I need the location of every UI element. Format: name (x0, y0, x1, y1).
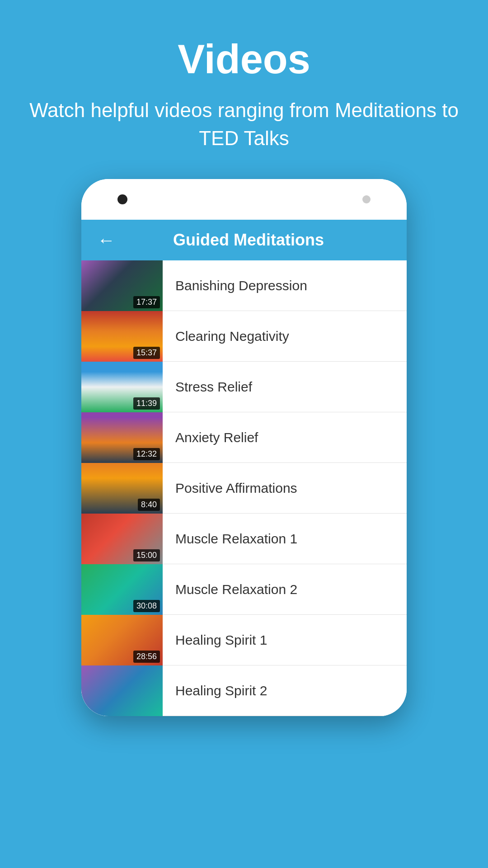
video-duration: 12:32 (133, 448, 160, 460)
video-item[interactable]: 15:00 Muscle Relaxation 1 (81, 514, 407, 564)
back-button[interactable]: ← (95, 230, 117, 250)
video-item[interactable]: 11:39 Stress Relief (81, 362, 407, 412)
screen-title: Guided Meditations (127, 231, 393, 250)
video-title: Stress Relief (163, 379, 252, 395)
video-duration: 15:37 (133, 347, 160, 359)
video-title: Anxiety Relief (163, 430, 258, 445)
video-item[interactable]: 30:08 Muscle Relaxation 2 (81, 564, 407, 615)
video-title: Healing Spirit 2 (163, 683, 267, 698)
video-thumbnail (81, 665, 163, 716)
phone-camera (117, 194, 127, 204)
video-duration: 30:08 (133, 600, 160, 612)
video-item[interactable]: 8:40 Positive Affirmations (81, 463, 407, 514)
video-title: Muscle Relaxation 2 (163, 582, 297, 597)
page-subtitle: Watch helpful videos ranging from Medita… (18, 96, 470, 152)
phone-speaker (362, 195, 371, 203)
video-duration: 28:56 (133, 651, 160, 663)
video-title: Clearing Negativity (163, 329, 289, 344)
app-header: ← Guided Meditations (81, 220, 407, 260)
video-item[interactable]: Healing Spirit 2 (81, 665, 407, 716)
video-duration: 11:39 (133, 397, 160, 410)
video-list: 17:37 Banishing Depression 15:37 Clearin… (81, 260, 407, 716)
video-item[interactable]: 15:37 Clearing Negativity (81, 311, 407, 362)
page-header: Videos Watch helpful videos ranging from… (0, 0, 488, 170)
video-title: Positive Affirmations (163, 481, 297, 496)
video-item[interactable]: 12:32 Anxiety Relief (81, 412, 407, 463)
video-thumbnail: 8:40 (81, 463, 163, 514)
video-thumbnail: 12:32 (81, 412, 163, 463)
video-duration: 17:37 (133, 296, 160, 308)
video-title: Banishing Depression (163, 278, 307, 293)
phone-top-bar (81, 179, 407, 220)
video-thumbnail: 15:37 (81, 311, 163, 362)
video-item[interactable]: 28:56 Healing Spirit 1 (81, 615, 407, 665)
video-thumbnail: 15:00 (81, 514, 163, 564)
video-thumbnail: 11:39 (81, 362, 163, 412)
phone-mockup: ← Guided Meditations 17:37 Banishing Dep… (81, 179, 407, 716)
video-duration: 15:00 (133, 549, 160, 561)
video-duration: 8:40 (138, 499, 160, 511)
page-title: Videos (18, 36, 470, 83)
video-title: Muscle Relaxation 1 (163, 531, 297, 547)
video-thumbnail: 30:08 (81, 564, 163, 615)
video-thumbnail: 17:37 (81, 260, 163, 311)
video-item[interactable]: 17:37 Banishing Depression (81, 260, 407, 311)
video-thumbnail: 28:56 (81, 615, 163, 665)
video-title: Healing Spirit 1 (163, 632, 267, 648)
